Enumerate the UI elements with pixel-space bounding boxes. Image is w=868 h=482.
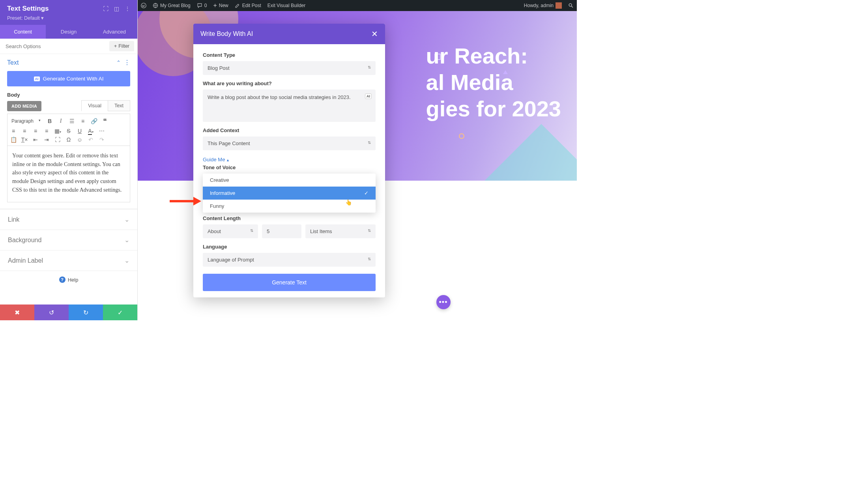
sidebar-header: Text Settings ⛶ ◫ ⋮ Preset: Default ▾	[0, 0, 137, 25]
drag-icon[interactable]: ⛶	[103, 6, 108, 12]
length-number-input[interactable]: 5	[262, 224, 301, 238]
length-about-select[interactable]: About	[203, 224, 258, 238]
context-select[interactable]: This Page Content	[203, 136, 376, 150]
svg-marker-4	[193, 197, 201, 206]
expand-icon[interactable]: ◫	[114, 6, 119, 12]
redo-button[interactable]: ↻	[69, 305, 103, 320]
redo-icon[interactable]: ↷	[98, 136, 105, 143]
paragraph-select[interactable]: Paragraph	[10, 118, 42, 125]
svg-point-0	[141, 3, 146, 8]
section-text-toggle[interactable]: Text ⌃⋮	[0, 54, 137, 71]
chevron-down-icon: ⌄	[124, 257, 129, 264]
chevron-down-icon: ⌄	[124, 216, 129, 223]
site-name[interactable]: My Great Blog	[150, 3, 194, 8]
generate-ai-button[interactable]: AIGenerate Content With AI	[7, 71, 130, 86]
bold-icon[interactable]: B	[46, 118, 53, 124]
ai-icon: AI	[34, 77, 40, 81]
edit-post-link[interactable]: Edit Post	[232, 3, 264, 8]
tone-label: Tone of Voice	[203, 164, 376, 170]
section-more-icon[interactable]: ⋮	[124, 59, 130, 66]
undo-icon[interactable]: ↶	[87, 136, 94, 143]
editor-content[interactable]: Your content goes here. Edit or remove t…	[7, 146, 130, 202]
align-justify-icon[interactable]: ≡	[43, 128, 50, 134]
length-label: Content Length	[203, 215, 376, 221]
builder-fab[interactable]: •••	[436, 295, 451, 309]
guide-me-toggle[interactable]: Guide Me	[203, 157, 230, 163]
body-label: Body	[7, 92, 130, 98]
avatar	[556, 2, 562, 9]
cursor-icon: 👆	[345, 199, 352, 206]
link-icon[interactable]: 🔗	[90, 118, 97, 124]
svg-point-2	[569, 4, 572, 6]
cancel-button[interactable]: ✖	[0, 305, 34, 320]
chevron-up-icon: ⌃	[116, 60, 121, 65]
generate-button[interactable]: Generate Text	[203, 274, 376, 291]
undo-button[interactable]: ↺	[34, 305, 69, 320]
exit-builder-link[interactable]: Exit Visual Builder	[264, 3, 309, 8]
chevron-down-icon: ⌄	[124, 236, 129, 244]
tone-option-creative[interactable]: Creative	[203, 174, 376, 187]
ai-icon: AI	[365, 93, 372, 99]
save-button[interactable]: ✓	[103, 305, 137, 320]
table-icon[interactable]: ▦▾	[54, 128, 61, 134]
modal-title: Write Body With AI	[200, 30, 253, 37]
align-center-icon[interactable]: ≡	[21, 128, 28, 134]
about-textarea[interactable]: Write a blog post about the top social m…	[203, 90, 376, 122]
about-label: What are you writing about?	[203, 80, 376, 86]
help-icon: ?	[59, 276, 65, 283]
language-select[interactable]: Language of Prompt	[203, 253, 376, 267]
underline-icon[interactable]: U	[76, 128, 83, 134]
new-link[interactable]: +New	[210, 2, 231, 9]
textcolor-icon[interactable]: A▾	[87, 128, 94, 134]
section-admin-label[interactable]: Admin Label⌄	[0, 250, 137, 271]
paste-icon[interactable]: 📋	[10, 136, 17, 143]
wp-admin-bar: My Great Blog 0 +New Edit Post Exit Visu…	[138, 0, 577, 11]
italic-icon[interactable]: I	[57, 118, 64, 124]
sidebar-title: Text Settings	[7, 5, 49, 13]
settings-tabs: Content Design Advanced	[0, 25, 137, 39]
comments-link[interactable]: 0	[194, 3, 210, 8]
outdent-icon[interactable]: ⇥	[43, 136, 50, 143]
editor-tab-text[interactable]: Text	[108, 100, 130, 111]
content-type-label: Content Type	[203, 52, 376, 58]
tab-content[interactable]: Content	[0, 25, 46, 39]
hero-heading: ur Reach: al Media gies for 2023	[426, 43, 561, 122]
content-type-select[interactable]: Blog Post	[203, 61, 376, 75]
help-link[interactable]: ?Help	[0, 271, 137, 288]
howdy-user[interactable]: Howdy, admin	[521, 2, 565, 9]
align-left-icon[interactable]: ≡	[10, 128, 17, 134]
wp-logo[interactable]	[138, 3, 150, 8]
clear-icon[interactable]: T×	[21, 136, 28, 143]
more-toolbar-icon[interactable]: ⋯	[98, 128, 105, 134]
language-label: Language	[203, 244, 376, 250]
preset-label[interactable]: Preset: Default ▾	[7, 15, 130, 21]
tab-advanced[interactable]: Advanced	[92, 25, 137, 39]
search-icon[interactable]	[565, 3, 577, 8]
tone-dropdown: Creative Informative Funny	[203, 174, 376, 213]
more-icon[interactable]: ⋮	[125, 6, 130, 12]
indent-icon[interactable]: ⇤	[32, 136, 39, 143]
length-unit-select[interactable]: List Items	[305, 224, 376, 238]
tab-design[interactable]: Design	[46, 25, 92, 39]
section-background[interactable]: Background⌄	[0, 230, 137, 250]
editor-toolbar: Paragraph B I ☰ ≡ 🔗 ❝ ≡ ≡ ≡ ≡ ▦▾ S U A▾	[7, 114, 130, 146]
strike-icon[interactable]: S	[65, 128, 72, 134]
search-input[interactable]	[0, 39, 106, 53]
emoji-icon[interactable]: ☺	[76, 136, 83, 143]
align-right-icon[interactable]: ≡	[32, 128, 39, 134]
tone-option-informative[interactable]: Informative	[203, 187, 376, 200]
bottom-actions: ✖ ↺ ↻ ✓	[0, 305, 137, 320]
quote-icon[interactable]: ❝	[101, 117, 108, 125]
ol-icon[interactable]: ≡	[79, 118, 86, 124]
context-label: Added Context	[203, 127, 376, 133]
annotation-arrow	[170, 195, 201, 209]
close-icon[interactable]: ✕	[371, 29, 378, 39]
fullscreen-icon[interactable]: ⛶	[54, 136, 61, 143]
add-media-button[interactable]: ADD MEDIA	[7, 101, 41, 111]
settings-sidebar: Text Settings ⛶ ◫ ⋮ Preset: Default ▾ Co…	[0, 0, 138, 320]
ul-icon[interactable]: ☰	[68, 118, 75, 124]
section-link[interactable]: Link⌄	[0, 209, 137, 230]
special-icon[interactable]: Ω	[65, 136, 72, 143]
filter-button[interactable]: +Filter	[109, 41, 134, 51]
editor-tab-visual[interactable]: Visual	[81, 100, 108, 111]
